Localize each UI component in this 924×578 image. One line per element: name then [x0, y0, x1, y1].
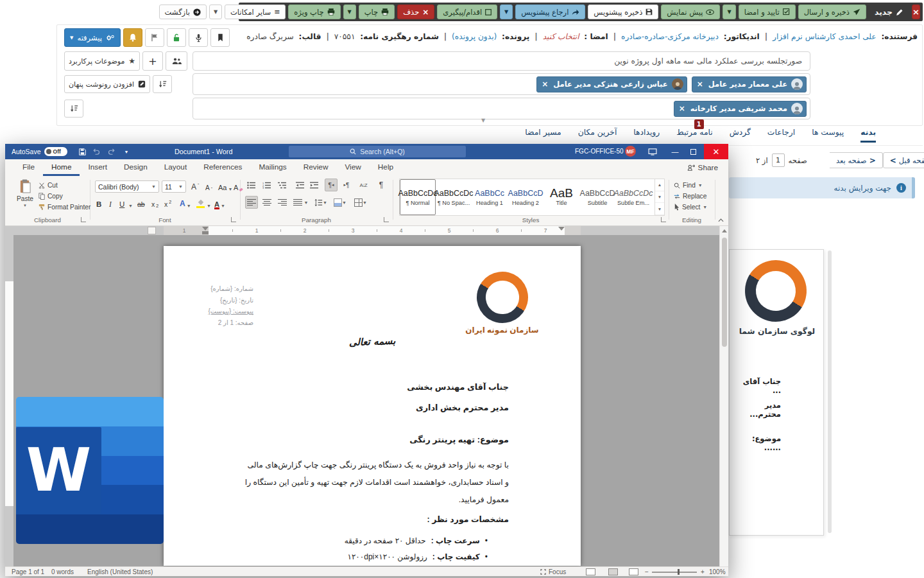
underline-dropdown[interactable]: ▼ [128, 197, 133, 209]
rtl-text-direction-button[interactable]: ¶◂ [325, 179, 338, 191]
sign-value[interactable]: انتخاب کنید [543, 32, 579, 41]
select-button[interactable]: Select▼ [674, 204, 707, 211]
redo-button[interactable] [107, 144, 117, 159]
print-button[interactable]: چاپ [359, 4, 395, 19]
template-value[interactable]: سربرگ صادره A4 [244, 32, 294, 41]
style-subtle-emphasis[interactable]: AaBbCcDcSubtle Em... [615, 179, 651, 215]
tab-view[interactable]: View [336, 161, 369, 176]
folder-value[interactable]: (بدون پرونده) [452, 32, 497, 41]
voice-note-button[interactable] [189, 28, 208, 47]
document-page[interactable]: شماره: {شماره} تاریخ: {تاریخ} پیوست: {پی… [164, 246, 581, 566]
styles-gallery-scroll[interactable]: ▲▼▼ [655, 179, 665, 216]
clipboard-dialog-launcher[interactable] [81, 217, 86, 222]
style-subtitle[interactable]: AaBbCcDSubtitle [579, 179, 615, 215]
scroll-up-icon[interactable] [722, 229, 727, 232]
new-letter-button[interactable]: جدید [869, 4, 909, 19]
change-case-button[interactable]: Aa▼ [218, 181, 232, 193]
autosave-toggle[interactable]: AutoSave Off [12, 144, 67, 159]
tab-file[interactable]: File [14, 161, 43, 176]
action-followup-button[interactable]: اقدام/پیگیری [437, 4, 497, 19]
cut-button[interactable]: Cut [38, 182, 58, 189]
delete-button[interactable]: × حذف [397, 4, 434, 19]
collapse-ribbon-button[interactable] [716, 216, 725, 225]
justify-button[interactable] [291, 196, 304, 209]
maximize-button[interactable] [690, 149, 696, 155]
shading-button[interactable]: ▼ [334, 196, 346, 209]
save-send-button[interactable]: ذخیره و ارسال [798, 4, 866, 19]
language-status[interactable]: English (United States) [87, 567, 153, 576]
close-letter-button[interactable]: × [912, 4, 920, 19]
preview-scrollbar[interactable] [828, 250, 832, 533]
decrease-indent-button[interactable] [294, 179, 307, 191]
grow-font-button[interactable]: Aˆ [191, 181, 199, 193]
word-count[interactable]: 0 words [51, 567, 74, 576]
other-features-button[interactable]: ≡ سایر امکانات [225, 4, 286, 19]
save-draft-button[interactable]: ذخیره پیشنویس [588, 4, 658, 19]
line-spacing-button[interactable]: ▼ [314, 196, 327, 209]
styles-dialog-launcher[interactable] [661, 217, 666, 222]
add-subject-button[interactable]: + [142, 51, 163, 71]
zoom-slider[interactable] [652, 572, 697, 573]
recipient-chip[interactable]: عباس زارعی هنزکی مدیر عامل × [536, 76, 687, 92]
tab-home[interactable]: Home [43, 161, 80, 176]
increase-indent-button[interactable] [308, 179, 321, 191]
refer-dropdown[interactable]: ▼ [500, 4, 513, 19]
tab-mailings[interactable]: Mailings [250, 161, 295, 176]
recipients-input[interactable]: علی معمار مدیر عامل × عباس زارعی هنزکی م… [193, 73, 810, 95]
read-mode-view-button[interactable] [586, 568, 595, 575]
style-heading2[interactable]: AaBbCcDHeading 2 [508, 179, 543, 215]
sort-button[interactable]: A↓Z [357, 179, 370, 191]
style-title[interactable]: AaBTitle [543, 179, 579, 215]
text-effects-button[interactable]: A▼ [180, 197, 191, 209]
copy-button[interactable]: Copy [38, 193, 63, 200]
cc-input[interactable]: محمد شریفی مدیر کارخانه × [193, 98, 810, 119]
justify-dropdown[interactable]: ▼ [303, 196, 309, 209]
left-indent-marker[interactable] [202, 231, 209, 234]
align-left-button[interactable] [245, 196, 258, 209]
horizontal-ruler[interactable]: 1 1 2 3 4 5 6 7 [5, 226, 719, 235]
bookmark-button[interactable] [210, 28, 230, 47]
window-close-button[interactable]: ✕ [704, 144, 728, 159]
zoom-out-button[interactable]: − [645, 567, 649, 576]
indicator-value[interactable]: دبیرخانه مرکزی-صادره-صادره [621, 32, 719, 41]
tab-referrals[interactable]: ارجاعات [767, 128, 795, 143]
multilevel-list-button[interactable] [276, 179, 289, 191]
refer-draft-button[interactable]: ارجاع پیشنویس [515, 4, 585, 19]
group-recipients-button[interactable] [166, 51, 187, 71]
document-scrollbar[interactable] [719, 226, 728, 566]
highlight-button[interactable]: ▼ [196, 197, 211, 209]
tab-attachments[interactable]: پیوست ها [812, 128, 844, 143]
show-marks-button[interactable]: ¶ [375, 179, 388, 191]
style-heading1[interactable]: AaBbCcHeading 1 [472, 179, 508, 215]
print-special-button[interactable]: چاپ ویژه [288, 4, 340, 19]
lock-button[interactable] [167, 28, 186, 47]
notification-bell-button[interactable] [123, 28, 142, 47]
align-right-button[interactable] [276, 196, 289, 209]
recipient-chip[interactable]: محمد شریفی مدیر کارخانه × [674, 101, 807, 117]
tab-insert[interactable]: Insert [80, 161, 116, 176]
next-page-button[interactable]: صفحه بعد > [830, 152, 883, 168]
zoom-slider-thumb[interactable] [678, 569, 680, 575]
add-hidden-cc-button[interactable]: افزودن رونوشت پنهان [64, 75, 150, 93]
font-dialog-launcher[interactable] [231, 217, 236, 222]
focus-mode-button[interactable]: Focus [540, 567, 566, 576]
format-painter-button[interactable]: Format Painter [38, 204, 90, 211]
share-button[interactable]: Share [687, 159, 718, 176]
superscript-button[interactable]: x2 [164, 197, 171, 209]
sort-cc-button[interactable] [64, 100, 83, 118]
tab-review[interactable]: Review [295, 161, 337, 176]
tab-related-letter[interactable]: نامه مرتبط 1 [676, 128, 712, 143]
bullets-button[interactable] [245, 179, 258, 191]
tab-references[interactable]: References [195, 161, 250, 176]
approve-dropdown[interactable]: ▼ [723, 4, 735, 19]
display-settings-button[interactable] [647, 144, 658, 159]
scroll-thumb[interactable] [722, 238, 727, 347]
other-dropdown[interactable]: ▼ [209, 4, 222, 19]
replace-button[interactable]: Replace [674, 193, 706, 200]
user-avatar[interactable]: MF [625, 146, 636, 157]
font-name-select[interactable]: Calibri (Body)▼ [95, 180, 159, 193]
ltr-text-direction-button[interactable]: ▸¶ [340, 179, 353, 191]
zoom-level[interactable]: 100% [709, 567, 726, 576]
style-normal[interactable]: AaBbCcDc¶ Normal [400, 179, 436, 215]
strikethrough-button[interactable]: ab [137, 197, 145, 209]
